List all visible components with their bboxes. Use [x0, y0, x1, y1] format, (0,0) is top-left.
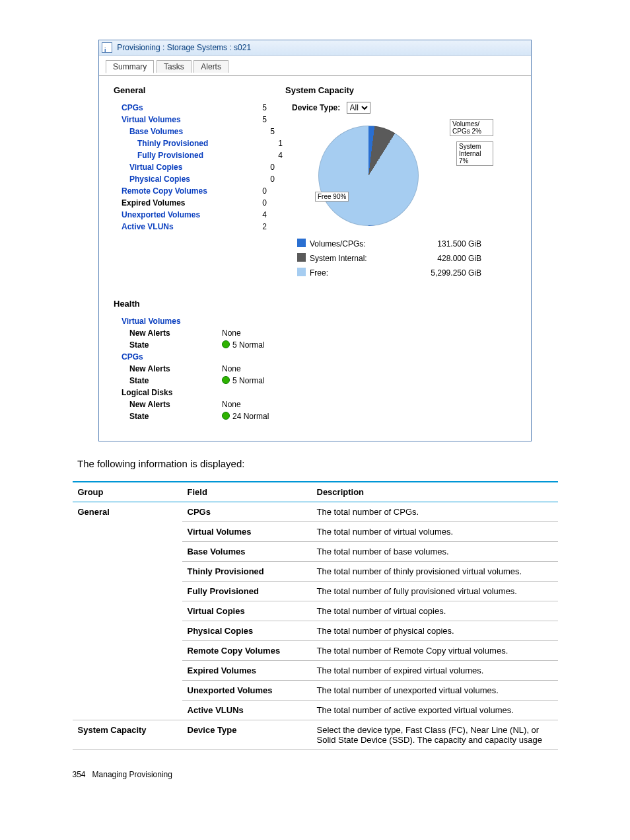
general-link-tp[interactable]: Thinly Provisioned [114, 137, 256, 149]
legend-swatch-2 [297, 268, 306, 276]
general-row-tp: Thinly Provisioned1 [114, 137, 285, 149]
legend-label-1: System Internal: [310, 251, 402, 266]
legend-label-0: Volumes/CPGs: [310, 237, 402, 251]
health-group-0[interactable]: Virtual Volumes [114, 315, 214, 327]
window-titlebar: Provisioning : Storage Systems : s021 [99, 40, 531, 56]
cell-desc: The total number of unexported virtual v… [312, 681, 558, 701]
cell-field: CPGs [182, 502, 312, 522]
table-row: System CapacityDevice TypeSelect the dev… [73, 720, 558, 750]
capacity-pie-chart: Free 90% Volumes/ CPGs 2% System Interna… [308, 119, 493, 231]
general-link-ev: Expired Volumes [114, 197, 240, 209]
cell-desc: Select the device type, Fast Class (FC),… [312, 720, 558, 750]
health-state-value-0: 5 Normal [222, 339, 265, 351]
callout-system: System Internal 7% [456, 141, 493, 166]
general-row-av: Active VLUNs2 [114, 221, 285, 233]
table-row: Expired VolumesThe total number of expir… [73, 661, 558, 681]
health-state-label-2: State [114, 410, 222, 422]
cell-group [73, 621, 182, 641]
health-alerts-label-1: New Alerts [114, 363, 222, 375]
legend-row-0: Volumes/CPGs:131.500 GiB [297, 237, 516, 251]
general-value-pc: 0 [248, 173, 275, 185]
tab-tasks[interactable]: Tasks [157, 60, 192, 73]
legend-value-1: 428.000 GiB [402, 251, 481, 266]
callout-volumes: Volumes/ CPGs 2% [450, 119, 493, 136]
health-group-1[interactable]: CPGs [114, 351, 214, 363]
cell-group [73, 582, 182, 601]
table-row: Virtual CopiesThe total number of virtua… [73, 601, 558, 621]
cell-field: Active VLUNs [182, 701, 312, 720]
table-row: Active VLUNsThe total number of active e… [73, 701, 558, 720]
cell-group [73, 641, 182, 661]
legend-value-2: 5,299.250 GiB [402, 266, 481, 280]
cell-group [73, 661, 182, 681]
device-type-select[interactable]: All [347, 102, 370, 114]
health-alerts-value-0: None [222, 327, 241, 339]
tab-alerts[interactable]: Alerts [193, 60, 228, 73]
general-value-ev: 0 [240, 197, 267, 209]
cell-group [73, 522, 182, 542]
general-row-bv: Base Volumes5 [114, 126, 285, 137]
health-alerts-value-1: None [222, 363, 241, 375]
table-row: Fully ProvisionedThe total number of ful… [73, 582, 558, 601]
callout-free: Free 90% [315, 192, 349, 202]
table-row: Thinly ProvisionedThe total number of th… [73, 562, 558, 582]
general-header: General [114, 85, 285, 95]
health-state-label-0: State [114, 339, 222, 351]
app-icon [102, 42, 112, 53]
cell-desc: The total number of Remote Copy virtual … [312, 641, 558, 661]
cell-desc: The total number of base volumes. [312, 542, 558, 562]
general-value-tp: 1 [256, 137, 283, 149]
description-table: Group Field Description GeneralCPGsThe t… [73, 481, 558, 750]
cell-field: Remote Copy Volumes [182, 641, 312, 661]
cell-desc: The total number of CPGs. [312, 502, 558, 522]
legend-row-1: System Internal:428.000 GiB [297, 251, 516, 266]
cell-desc: The total number of virtual volumes. [312, 522, 558, 542]
app-window: Provisioning : Storage Systems : s021 Su… [98, 40, 532, 441]
window-title: Provisioning : Storage Systems : s021 [117, 43, 251, 52]
general-link-uv[interactable]: Unexported Volumes [114, 209, 240, 221]
cell-desc: The total number of expired virtual volu… [312, 661, 558, 681]
cell-field: Thinly Provisioned [182, 562, 312, 582]
general-row-vc: Virtual Copies0 [114, 161, 285, 173]
capacity-header: System Capacity [285, 85, 516, 95]
cell-desc: The total number of virtual copies. [312, 601, 558, 621]
tab-summary[interactable]: Summary [106, 60, 154, 73]
cell-group: System Capacity [73, 720, 182, 750]
general-link-pc[interactable]: Physical Copies [114, 173, 248, 185]
cell-desc: The total number of thinly provisioned v… [312, 562, 558, 582]
cell-desc: The total number of active exported virt… [312, 701, 558, 720]
table-row: GeneralCPGsThe total number of CPGs. [73, 502, 558, 522]
general-row-rcv: Remote Copy Volumes0 [114, 185, 285, 197]
general-link-bv[interactable]: Base Volumes [114, 126, 248, 137]
general-link-vc[interactable]: Virtual Copies [114, 161, 248, 173]
general-link-fp[interactable]: Fully Provisioned [114, 149, 256, 161]
cell-desc: The total number of fully provisioned vi… [312, 582, 558, 601]
cell-group: General [73, 502, 182, 522]
general-link-vv[interactable]: Virtual Volumes [114, 114, 240, 126]
health-alerts-value-2: None [222, 399, 241, 410]
health-alerts-label-0: New Alerts [114, 327, 222, 339]
cell-field: Fully Provisioned [182, 582, 312, 601]
tab-bar: Summary Tasks Alerts [106, 59, 531, 75]
device-type-label: Device Type: [292, 103, 340, 112]
table-row: Physical CopiesThe total number of physi… [73, 621, 558, 641]
general-link-cpgs[interactable]: CPGs [114, 102, 240, 114]
page-footer: 354 Managing Provisioning [73, 770, 558, 779]
caption-text: The following information is displayed: [77, 458, 553, 469]
cell-group [73, 681, 182, 701]
general-value-bv: 5 [248, 126, 275, 137]
general-value-fp: 4 [256, 149, 283, 161]
legend-label-2: Free: [310, 266, 402, 280]
health-state-label-1: State [114, 375, 222, 387]
general-row-uv: Unexported Volumes4 [114, 209, 285, 221]
general-link-rcv[interactable]: Remote Copy Volumes [114, 185, 240, 197]
cell-field: Unexported Volumes [182, 681, 312, 701]
cell-desc: The total number of physical copies. [312, 621, 558, 641]
cell-field: Physical Copies [182, 621, 312, 641]
section-title: Managing Provisioning [92, 770, 172, 779]
general-link-av[interactable]: Active VLUNs [114, 221, 240, 233]
general-row-cpgs: CPGs5 [114, 102, 285, 114]
th-field: Field [182, 482, 312, 502]
health-group-2: Logical Disks [114, 387, 214, 399]
cell-field: Virtual Volumes [182, 522, 312, 542]
